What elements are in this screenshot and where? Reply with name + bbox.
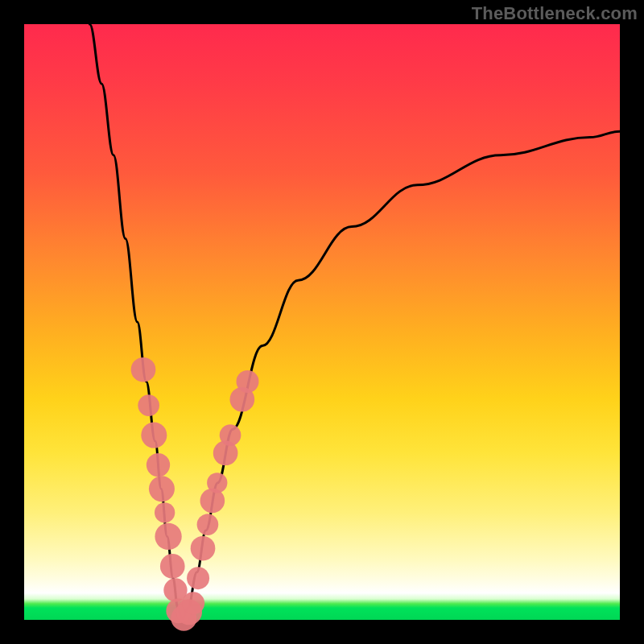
dot	[197, 514, 219, 535]
dot	[187, 567, 209, 589]
dot	[160, 554, 185, 579]
plot-area	[24, 24, 620, 620]
chart-svg	[24, 24, 620, 620]
dot	[220, 424, 242, 446]
dot	[141, 423, 167, 448]
highlight-dots	[131, 357, 259, 631]
dot	[147, 453, 170, 477]
dot	[207, 473, 227, 493]
dot	[138, 394, 159, 416]
watermark-text: TheBottleneck.com	[472, 3, 638, 24]
dot	[131, 357, 156, 382]
dot	[155, 502, 175, 522]
chart-frame: TheBottleneck.com	[0, 0, 644, 644]
dot	[237, 370, 259, 393]
dot	[149, 476, 175, 502]
dot	[182, 592, 204, 614]
dot	[155, 523, 181, 550]
dot	[191, 536, 216, 561]
